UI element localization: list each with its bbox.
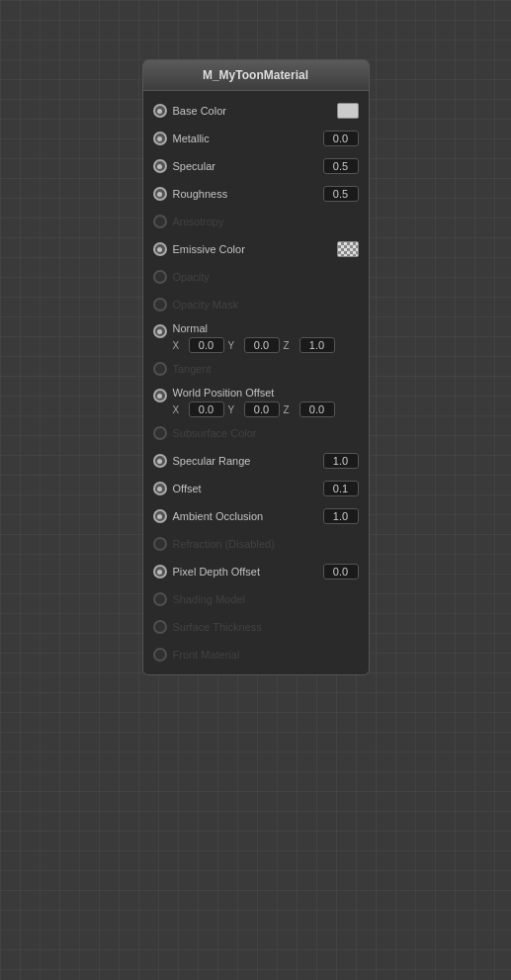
normal-z-value[interactable]: 1.0 [299,337,335,353]
connector-offset[interactable] [153,482,167,495]
label-subsurface-color: Subsurface Color [173,427,359,439]
prop-surface-thickness: Surface Thickness [143,613,369,641]
connector-world-pos[interactable] [153,389,167,402]
label-base-color: Base Color [173,105,331,117]
label-specular: Specular [173,160,317,172]
world-pos-z-label: Z [284,404,296,415]
connector-specular[interactable] [153,159,167,173]
value-specular-range[interactable]: 1.0 [323,453,359,469]
prop-anisotropy: Anisotropy [143,208,369,235]
connector-anisotropy [153,215,167,228]
prop-pixel-depth-offset[interactable]: Pixel Depth Offset 0.0 [143,558,369,585]
value-offset[interactable]: 0.1 [323,481,359,496]
connector-shading-model [153,592,167,606]
connector-pixel-depth-offset[interactable] [153,565,167,579]
normal-x-label: X [173,340,185,351]
label-anisotropy: Anisotropy [173,216,359,227]
prop-opacity: Opacity [143,263,369,291]
label-roughness: Roughness [173,188,317,200]
label-normal: Normal [173,322,335,334]
world-pos-y-value[interactable]: 0.0 [244,401,280,417]
value-pixel-depth-offset[interactable]: 0.0 [323,564,359,579]
connector-metallic[interactable] [153,132,167,145]
prop-refraction: Refraction (Disabled) [143,530,369,558]
value-roughness[interactable]: 0.5 [323,186,359,202]
prop-world-pos-group[interactable]: World Position Offset X 0.0 Y 0.0 Z 0.0 [143,383,369,419]
connector-roughness[interactable] [153,187,167,201]
prop-offset[interactable]: Offset 0.1 [143,475,369,502]
value-ambient-occlusion[interactable]: 1.0 [323,508,359,524]
label-ambient-occlusion: Ambient Occlusion [173,510,317,522]
world-pos-x-value[interactable]: 0.0 [189,401,224,417]
connector-surface-thickness [153,620,167,634]
label-tangent: Tangent [173,363,359,375]
value-metallic[interactable]: 0.0 [323,131,359,146]
label-surface-thickness: Surface Thickness [173,621,359,633]
world-pos-y-label: Y [228,404,240,415]
normal-y-label: Y [228,340,240,351]
value-specular[interactable]: 0.5 [323,158,359,174]
label-emissive-color: Emissive Color [173,243,331,255]
node-panel: M_MyToonMaterial Base Color Metallic 0.0… [142,59,370,675]
label-opacity-mask: Opacity Mask [173,299,359,311]
label-front-material: Front Material [173,649,359,661]
label-shading-model: Shading Model [173,593,359,605]
normal-z-label: Z [284,340,296,351]
normal-x-value[interactable]: 0.0 [189,337,224,353]
connector-base-color[interactable] [153,104,167,118]
connector-normal[interactable] [153,324,167,338]
color-swatch-base-color[interactable] [337,103,359,119]
prop-base-color[interactable]: Base Color [143,97,369,125]
label-pixel-depth-offset: Pixel Depth Offset [173,566,317,578]
prop-specular[interactable]: Specular 0.5 [143,152,369,180]
prop-ambient-occlusion[interactable]: Ambient Occlusion 1.0 [143,502,369,530]
node-title: M_MyToonMaterial [143,60,369,91]
normal-content: Normal X 0.0 Y 0.0 Z 1.0 [173,322,335,353]
world-pos-xyz-row: X 0.0 Y 0.0 Z 0.0 [173,401,335,417]
connector-refraction [153,537,167,551]
label-metallic: Metallic [173,133,317,144]
normal-xyz-row: X 0.0 Y 0.0 Z 1.0 [173,337,335,353]
connector-emissive-color[interactable] [153,242,167,256]
label-offset: Offset [173,483,317,494]
prop-tangent: Tangent [143,355,369,383]
color-swatch-emissive[interactable] [337,241,359,257]
prop-front-material: Front Material [143,641,369,668]
label-opacity: Opacity [173,271,359,283]
prop-emissive-color[interactable]: Emissive Color [143,235,369,263]
node-body: Base Color Metallic 0.0 Specular 0.5 Rou… [143,91,369,674]
world-pos-z-value[interactable]: 0.0 [299,401,335,417]
world-pos-x-label: X [173,404,185,415]
prop-subsurface-color: Subsurface Color [143,419,369,447]
prop-shading-model: Shading Model [143,585,369,613]
label-specular-range: Specular Range [173,455,317,467]
label-refraction: Refraction (Disabled) [173,538,359,550]
connector-tangent [153,362,167,376]
world-pos-content: World Position Offset X 0.0 Y 0.0 Z 0.0 [173,387,335,417]
prop-specular-range[interactable]: Specular Range 1.0 [143,447,369,475]
prop-normal-group[interactable]: Normal X 0.0 Y 0.0 Z 1.0 [143,318,369,355]
connector-subsurface-color [153,426,167,440]
connector-front-material [153,648,167,662]
connector-opacity [153,270,167,284]
prop-roughness[interactable]: Roughness 0.5 [143,180,369,208]
connector-ambient-occlusion[interactable] [153,509,167,523]
connector-specular-range[interactable] [153,454,167,468]
prop-metallic[interactable]: Metallic 0.0 [143,125,369,152]
connector-opacity-mask [153,298,167,312]
normal-y-value[interactable]: 0.0 [244,337,280,353]
prop-opacity-mask: Opacity Mask [143,291,369,318]
label-world-pos: World Position Offset [173,387,335,399]
